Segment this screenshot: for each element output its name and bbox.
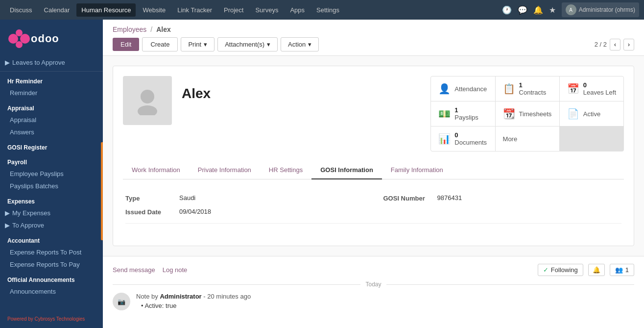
attachments-button[interactable]: Attachment(s) ▾: [217, 37, 278, 51]
note-author: Administrator: [160, 293, 201, 300]
form-row-1: Type Saudi GOSI Number 9876431: [125, 194, 621, 202]
followers-count: 1: [625, 266, 629, 274]
payslips-number: 1: [454, 106, 478, 114]
star-icon[interactable]: ★: [549, 5, 556, 15]
stat-attendance[interactable]: 👤 Attendance: [431, 76, 495, 101]
sidebar-group-official-announcements[interactable]: Official Announcements: [0, 273, 103, 285]
form-group-type: Type Saudi: [125, 194, 364, 202]
breadcrumb-current: Alex: [156, 25, 171, 33]
message-entry: 📷 Note by Administrator - 20 minutes ago…: [113, 293, 634, 310]
stat-active[interactable]: 📄 Active: [560, 101, 623, 126]
print-button[interactable]: Print ▾: [181, 37, 215, 51]
tabs: Work Information Private Information HR …: [123, 161, 624, 179]
tab-hr-settings[interactable]: HR Settings: [260, 161, 311, 179]
sidebar-group-expenses[interactable]: Expenses: [0, 194, 103, 207]
bell-icon[interactable]: 🔔: [533, 5, 543, 15]
documents-number: 0: [454, 131, 487, 139]
action-button[interactable]: Action ▾: [281, 37, 319, 51]
tab-family-information[interactable]: Family Information: [382, 161, 452, 179]
create-button[interactable]: Create: [142, 37, 178, 51]
form-group-empty: [383, 208, 622, 216]
tab-gosi-information[interactable]: GOSI Information: [311, 161, 382, 179]
sidebar-item-answers[interactable]: Answers: [0, 126, 103, 138]
stat-documents[interactable]: 📊 0 Documents: [431, 126, 495, 151]
sidebar-item-expense-reports-post[interactable]: Expense Reports To Post: [0, 246, 103, 258]
sidebar-group-hr-reminder[interactable]: Hr Reminder: [0, 74, 103, 87]
sidebar-item-employee-payslips[interactable]: Employee Payslips: [0, 168, 103, 180]
send-message-button[interactable]: Send message: [113, 266, 155, 274]
message-content: Note by Administrator - 20 minutes ago •…: [136, 293, 634, 309]
action-dropdown-icon: ▾: [308, 41, 311, 48]
sidebar-section-appraisal: Appraisal Appraisal Answers: [0, 100, 103, 139]
toolbar: Edit Create Print ▾ Attachment(s) ▾ Acti…: [113, 37, 634, 51]
following-button[interactable]: ✓ Following: [538, 264, 583, 276]
more-label: More: [503, 135, 518, 143]
nav-item-calendar[interactable]: Calendar: [39, 3, 75, 17]
contracts-label: Contracts: [519, 89, 547, 96]
message-toolbar: Send message Log note ✓ Following 🔔 👥 1: [113, 264, 634, 276]
note-prefix: Note by: [136, 293, 158, 300]
note-body: Active: true: [144, 302, 176, 309]
nav-item-website[interactable]: Website: [138, 3, 170, 17]
sidebar-section-expenses: Expenses ▶ My Expenses ▶ To Approve: [0, 193, 103, 232]
stat-leaves[interactable]: 📅 0 Leaves Left: [560, 76, 623, 101]
breadcrumb-parent[interactable]: Employees: [113, 25, 146, 33]
nav-item-linktracker[interactable]: Link Tracker: [172, 3, 217, 17]
logo-area: odoo: [0, 20, 103, 55]
message-header: Note by Administrator - 20 minutes ago: [136, 293, 634, 300]
user-name: Administrator (ohrms): [579, 6, 635, 13]
pagination-next[interactable]: ›: [623, 39, 634, 50]
sidebar-section-accountant: Accountant Expense Reports To Post Expen…: [0, 232, 103, 272]
sidebar-item-leaves-to-approve[interactable]: ▶ Leaves to Approve: [0, 56, 103, 69]
documents-label: Documents: [454, 139, 487, 146]
sidebar-section-announcements: Official Announcements Announcements: [0, 272, 103, 299]
sidebar-group-appraisal[interactable]: Appraisal: [0, 101, 103, 114]
form-group-gosi-number: GOSI Number 9876431: [383, 194, 622, 202]
stat-timesheets[interactable]: 📆 Timesheets: [496, 101, 559, 126]
sidebar-section-leaves: ▶ Leaves to Approve: [0, 55, 103, 70]
sidebar-group-accountant[interactable]: Accountant: [0, 233, 103, 246]
type-value: Saudi: [179, 194, 195, 202]
nav-item-surveys[interactable]: Surveys: [250, 3, 283, 17]
sidebar-item-reminder[interactable]: Reminder: [0, 87, 103, 99]
chat-icon[interactable]: 💬: [518, 5, 527, 15]
sidebar-item-to-approve[interactable]: ▶ To Approve: [0, 219, 103, 231]
attachments-dropdown-icon: ▾: [267, 41, 270, 48]
sidebar-item-expense-reports-pay[interactable]: Expense Reports To Pay: [0, 258, 103, 271]
user-menu[interactable]: A Administrator (ohrms): [562, 2, 639, 17]
notification-bell-button[interactable]: 🔔: [588, 264, 605, 276]
nav-item-settings[interactable]: Settings: [311, 3, 344, 17]
nav-item-hr[interactable]: Human Resource: [76, 3, 136, 17]
message-body: • Active: true: [136, 302, 634, 309]
powered-by: Powered by Cybrosys Technologies: [0, 312, 92, 326]
message-area: Send message Log note ✓ Following 🔔 👥 1 …: [103, 256, 644, 318]
stat-contracts[interactable]: 📋 1 Contracts: [496, 76, 559, 101]
sidebar-item-announcements[interactable]: Announcements: [0, 285, 103, 298]
nav-item-project[interactable]: Project: [219, 3, 248, 17]
nav-item-apps[interactable]: Apps: [285, 3, 310, 17]
edit-button[interactable]: Edit: [113, 38, 139, 51]
active-label: Active: [583, 110, 600, 118]
pagination-prev[interactable]: ‹: [610, 39, 620, 50]
stat-payslips[interactable]: 💵 1 Payslips: [431, 101, 495, 126]
nav-item-discuss[interactable]: Discuss: [5, 3, 37, 17]
sidebar-group-payroll[interactable]: Payroll: [0, 155, 103, 168]
payslips-label: Payslips: [454, 114, 478, 121]
tab-work-information[interactable]: Work Information: [123, 161, 189, 179]
sidebar-item-payslips-batches[interactable]: Payslips Batches: [0, 180, 103, 192]
sidebar-item-appraisal[interactable]: Appraisal: [0, 114, 103, 126]
sidebar: odoo ▶ Leaves to Approve Hr Reminder Rem…: [0, 20, 103, 328]
today-label: Today: [365, 281, 381, 288]
clock-icon[interactable]: 🕐: [502, 5, 512, 15]
employee-name: Alex: [182, 76, 211, 101]
log-note-button[interactable]: Log note: [163, 266, 188, 274]
content-area: Employees / Alex Edit Create Print ▾ Att…: [103, 20, 644, 328]
tab-private-information[interactable]: Private Information: [189, 161, 260, 179]
sidebar-group-gosi[interactable]: GOSI Register: [0, 140, 103, 153]
svg-point-0: [8, 34, 18, 44]
sidebar-item-my-expenses[interactable]: ▶ My Expenses: [0, 207, 103, 219]
stat-more[interactable]: More: [496, 126, 559, 151]
sidebar-section-hr-reminder: Hr Reminder Reminder: [0, 73, 103, 100]
followers-button[interactable]: 👥 1: [610, 264, 634, 276]
leaves-icon: 📅: [567, 83, 579, 95]
